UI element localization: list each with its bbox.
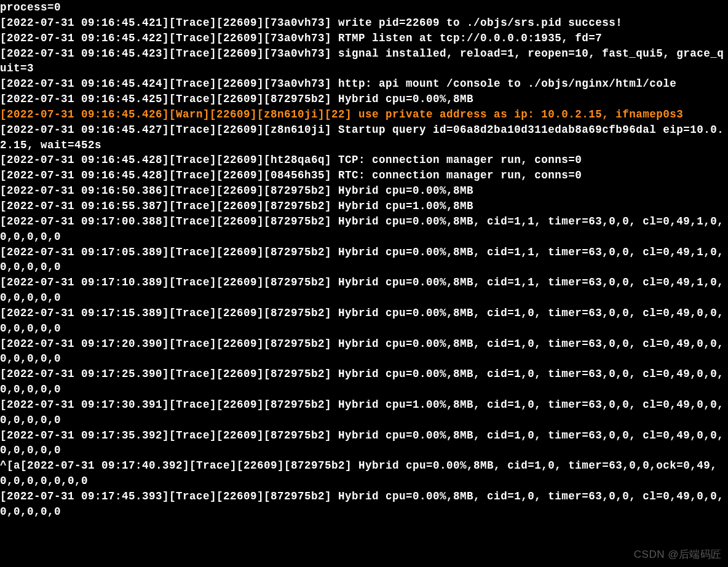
- log-line: [2022-07-31 09:16:45.428][Trace][22609][…: [0, 153, 728, 168]
- log-line: [2022-07-31 09:16:45.424][Trace][22609][…: [0, 76, 728, 92]
- log-line: [2022-07-31 09:17:25.390][Trace][22609][…: [0, 367, 728, 397]
- log-line: [2022-07-31 09:17:00.388][Trace][22609][…: [0, 214, 728, 245]
- log-line: [2022-07-31 09:16:45.423][Trace][22609][…: [0, 46, 728, 77]
- log-line: [2022-07-31 09:16:45.422][Trace][22609][…: [0, 31, 728, 46]
- log-line: [2022-07-31 09:16:45.425][Trace][22609][…: [0, 92, 728, 107]
- log-line: [2022-07-31 09:17:15.389][Trace][22609][…: [0, 306, 728, 336]
- log-line: [2022-07-31 09:16:45.427][Trace][22609][…: [0, 122, 728, 153]
- log-line: [2022-07-31 09:16:50.386][Trace][22609][…: [0, 183, 728, 199]
- log-line: [2022-07-31 09:17:45.393][Trace][22609][…: [0, 489, 728, 520]
- log-line: [2022-07-31 09:16:55.387][Trace][22609][…: [0, 199, 728, 214]
- log-line: [2022-07-31 09:16:45.428][Trace][22609][…: [0, 168, 728, 183]
- log-line: [2022-07-31 09:17:35.392][Trace][22609][…: [0, 428, 728, 459]
- log-line: [2022-07-31 09:17:10.389][Trace][22609][…: [0, 275, 728, 306]
- log-line: [2022-07-31 09:16:45.421][Trace][22609][…: [0, 15, 728, 31]
- log-line: [2022-07-31 09:17:30.391][Trace][22609][…: [0, 397, 728, 428]
- log-line: ^[a[2022-07-31 09:17:40.392][Trace][2260…: [0, 458, 728, 489]
- log-line: [2022-07-31 09:16:45.426][Warn][22609][z…: [0, 107, 728, 122]
- log-line: [2022-07-31 09:17:20.390][Trace][22609][…: [0, 336, 728, 367]
- terminal-output[interactable]: process=0[2022-07-31 09:16:45.421][Trace…: [0, 0, 728, 567]
- log-line: [2022-07-31 09:17:05.389][Trace][22609][…: [0, 245, 728, 276]
- log-line: process=0: [0, 0, 728, 15]
